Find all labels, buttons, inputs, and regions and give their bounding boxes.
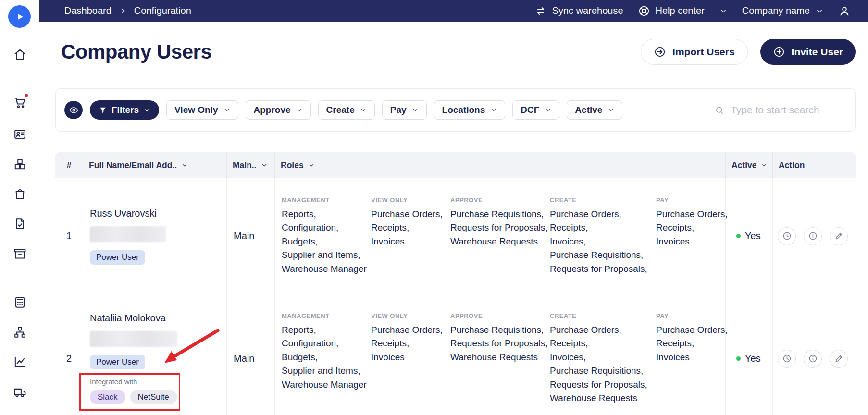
chevron-down-icon <box>815 7 824 15</box>
role-item: Warehouse Requests <box>450 351 545 365</box>
role-item: Requests for Proposals, <box>450 221 545 235</box>
active-status: Yes <box>725 178 772 294</box>
filter-dropdown-label: Approve <box>254 105 291 115</box>
funnel-icon <box>99 106 107 114</box>
invite-user-label: Invite User <box>792 46 843 58</box>
filter-dropdown[interactable]: Locations <box>434 100 506 120</box>
active-status: Yes <box>725 294 772 415</box>
sort-chevron-icon <box>261 162 268 169</box>
user-name: Russ Uvarovski <box>90 208 157 219</box>
archive-box-icon[interactable] <box>12 245 28 262</box>
column-header-name[interactable]: Full Name/Email Add.. <box>83 152 226 178</box>
role-group: PAY Purchase Orders,Receipts,Invoices <box>656 312 732 365</box>
filter-dropdown[interactable]: Active <box>567 100 622 120</box>
role-item: Receipts, <box>656 337 728 351</box>
role-badge: Power User <box>90 355 145 369</box>
hierarchy-icon[interactable] <box>12 324 28 340</box>
role-group: MANAGEMENT Reports,Configuration,Budgets… <box>282 312 371 392</box>
arrow-circle-icon <box>654 46 666 58</box>
cart-icon[interactable] <box>12 94 28 110</box>
calculator-icon[interactable] <box>12 294 28 310</box>
invite-user-button[interactable]: Invite User <box>760 39 856 65</box>
sync-icon <box>534 5 547 17</box>
role-item: Invoices, <box>550 351 651 365</box>
info-icon <box>808 354 818 364</box>
chart-icon[interactable] <box>12 354 28 370</box>
role-item: Requests for Proposals, <box>550 378 651 392</box>
home-icon[interactable] <box>12 46 28 62</box>
user-card-icon[interactable] <box>12 126 28 142</box>
truck-icon[interactable] <box>12 384 28 400</box>
filter-dropdown[interactable]: Pay <box>382 100 427 120</box>
role-item: Warehouse Requests <box>450 235 545 249</box>
role-item: Configuration, <box>282 337 366 351</box>
history-button[interactable] <box>778 227 796 245</box>
profile-button[interactable] <box>838 5 851 17</box>
app-logo[interactable] <box>8 5 31 28</box>
filter-dropdown[interactable]: Approve <box>246 100 311 120</box>
breadcrumb-configuration[interactable]: Configuration <box>134 5 191 16</box>
filter-dropdown-label: Create <box>326 105 355 115</box>
chevron-down-icon <box>490 107 497 113</box>
role-item: Requests for Proposals, <box>450 337 545 351</box>
role-item: Purchase Requisitions, <box>550 248 651 262</box>
role-item: Purchase Orders, <box>371 323 446 337</box>
filter-dropdown[interactable]: View Only <box>166 100 238 120</box>
info-button[interactable] <box>804 227 822 245</box>
search-input[interactable] <box>731 104 843 116</box>
role-item: Invoices <box>656 351 728 365</box>
edit-button[interactable] <box>830 350 848 368</box>
column-header-roles[interactable]: Roles <box>274 152 725 178</box>
sync-warehouse-button[interactable]: Sync warehouse <box>534 5 623 17</box>
chevron-down-icon <box>545 107 551 113</box>
company-name-label: Company name <box>742 5 810 16</box>
info-button[interactable] <box>804 350 822 368</box>
filters-button[interactable]: Filters <box>90 100 159 120</box>
breadcrumb-dashboard[interactable]: Dashboard <box>64 5 112 16</box>
column-header-main[interactable]: Main.. <box>226 152 274 178</box>
import-users-button[interactable]: Import Users <box>641 39 748 65</box>
roles-cell: MANAGEMENT Reports,Configuration,Budgets… <box>282 312 719 405</box>
role-item: Purchase Orders, <box>656 323 728 337</box>
chevron-down-icon <box>608 107 614 113</box>
chevron-down-icon[interactable] <box>719 7 728 15</box>
document-check-icon[interactable] <box>12 215 28 232</box>
column-header-active[interactable]: Active <box>725 152 772 178</box>
sort-chevron-icon <box>761 162 767 169</box>
column-header-action: Action <box>772 152 856 178</box>
role-item: Invoices <box>371 351 446 365</box>
role-item: Purchase Orders, <box>550 323 651 337</box>
lifebuoy-icon <box>638 5 650 17</box>
help-center-label: Help center <box>656 5 705 16</box>
row-actions <box>772 178 856 294</box>
status-dot <box>736 234 741 238</box>
role-group: VIEW ONLY Purchase Orders,Receipts,Invoi… <box>371 312 450 365</box>
edit-button[interactable] <box>830 227 848 245</box>
help-center-button[interactable]: Help center <box>638 5 705 17</box>
company-menu[interactable]: Company name <box>742 5 824 16</box>
filter-dropdown[interactable]: Create <box>318 100 375 120</box>
filter-dropdown-label: Pay <box>390 105 407 115</box>
filter-dropdowns: View Only Approve Create Pay Locations D… <box>166 100 622 120</box>
filter-dropdown[interactable]: DCF <box>512 100 559 120</box>
row-index: 2 <box>55 294 83 415</box>
bag-icon[interactable] <box>12 185 28 202</box>
role-group: APPROVE Purchase Requisitions,Requests f… <box>450 196 550 249</box>
boxes-icon[interactable] <box>12 156 28 172</box>
visibility-button[interactable] <box>64 101 83 119</box>
users-table: # Full Name/Email Add.. Main.. Roles Act… <box>55 152 856 415</box>
role-badge: Power User <box>90 250 145 265</box>
filter-dropdown-label: Active <box>575 105 602 115</box>
role-item: Supplier and Items, <box>282 364 366 378</box>
clock-icon <box>782 354 792 364</box>
role-item: Requests for Proposals, <box>550 262 651 276</box>
role-item: Purchase Requisitions, <box>550 364 651 378</box>
role-group: MANAGEMENT Reports,Configuration,Budgets… <box>282 196 371 276</box>
role-item: Invoices <box>656 235 728 249</box>
role-item: Receipts, <box>371 221 446 235</box>
history-button[interactable] <box>778 350 796 368</box>
roles-cell: MANAGEMENT Reports,Configuration,Budgets… <box>282 196 719 276</box>
role-item: Receipts, <box>371 337 446 351</box>
pencil-icon <box>834 231 844 241</box>
search-box[interactable] <box>702 89 855 131</box>
